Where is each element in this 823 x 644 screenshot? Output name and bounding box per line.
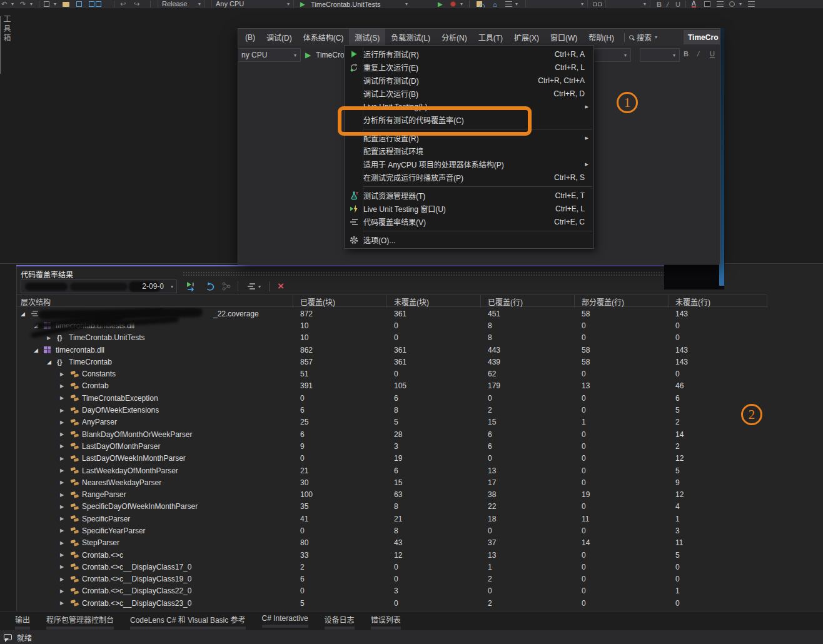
table-row[interactable]: ▶SpecificYearParser08003 xyxy=(16,525,823,536)
expand-arrow-icon[interactable]: ▶ xyxy=(60,465,64,476)
table-row[interactable]: ▶Crontab.<>c__DisplayClass17_020100 xyxy=(16,561,823,573)
expand-arrow-icon[interactable]: ▶ xyxy=(60,476,64,488)
table-row[interactable]: ▶NearestWeekdayParser30151709 xyxy=(16,476,823,488)
window-title[interactable]: TimeCro xyxy=(684,30,720,44)
refresh-coverage-button[interactable] xyxy=(203,280,218,293)
expand-arrow-icon[interactable]: ▶ xyxy=(60,525,64,536)
undo-icon[interactable]: ↶ xyxy=(1,0,7,8)
table-row[interactable]: ▶LastDayOfMonthParser93602 xyxy=(16,440,823,452)
record-icon[interactable] xyxy=(450,0,456,8)
table-row[interactable]: ▶Crontab.<>c33121305 xyxy=(16,549,823,561)
toolbar-empty-dropdown[interactable]: ▾ xyxy=(605,0,650,8)
table-row[interactable]: ▶{}TimeCrontab.UnitTests100800 xyxy=(16,332,823,344)
stack-dropdown-icon[interactable]: ▾ xyxy=(515,0,518,8)
menu-item-2[interactable]: 调试所有测试(D)Ctrl+R, Ctrl+A xyxy=(345,74,593,87)
table-row[interactable]: ◢{}TimeCrontab85736143958143 xyxy=(16,356,823,368)
stack-icon[interactable] xyxy=(505,0,512,8)
menu-item-9[interactable]: 适用于 AnyCPU 项目的处理器体系结构(P)▶ xyxy=(345,158,593,171)
table-row[interactable]: ▶SpecificParser412118111 xyxy=(16,513,823,525)
underline-button[interactable]: U xyxy=(710,50,715,58)
table-row[interactable]: ▶LastWeekdayOfMonthParser2161305 xyxy=(16,465,823,476)
feedback-icon[interactable] xyxy=(4,634,12,640)
bold-button[interactable]: B xyxy=(684,50,689,58)
column-header-2[interactable]: 已覆盖(行) xyxy=(488,295,523,308)
table-row[interactable]: ▶Constants5106200 xyxy=(16,368,823,380)
menu-item-1[interactable]: 重复上次运行(E)Ctrl+R, L xyxy=(345,61,593,74)
table-row[interactable]: ▶StepParser8043371411 xyxy=(16,537,823,549)
platform-dropdown[interactable]: Any CPU▾ xyxy=(211,0,294,8)
expand-arrow-icon[interactable]: ▶ xyxy=(60,561,64,573)
toolbar-empty-dropdown[interactable]: ▾ xyxy=(525,0,588,8)
navigate-forward-icon[interactable]: ↪ xyxy=(134,0,139,8)
menubar-item-7[interactable]: 扩展(X) xyxy=(508,29,545,46)
column-header-1[interactable]: 未覆盖(块) xyxy=(394,295,429,308)
table-row[interactable]: ◢timecrontab.dll86236144358143 xyxy=(16,344,823,356)
menubar-item-5[interactable]: 分析(N) xyxy=(436,29,473,46)
start-debug-icon[interactable]: ▶ xyxy=(300,0,305,8)
expand-arrow-icon[interactable]: ◢ xyxy=(34,344,38,356)
new-dropdown-icon[interactable]: ▾ xyxy=(54,0,56,8)
expand-arrow-icon[interactable]: ▶ xyxy=(60,573,64,585)
panel-drag-handle[interactable] xyxy=(183,271,670,276)
font-color-icon[interactable]: A xyxy=(692,0,696,8)
menubar-item-9[interactable]: 帮助(H) xyxy=(583,29,620,46)
menu-item-0[interactable]: 运行所有测试(R)Ctrl+R, A xyxy=(345,48,593,61)
column-header-0[interactable]: 已覆盖(块) xyxy=(300,295,335,308)
link-icon[interactable] xyxy=(729,0,735,8)
find-in-files-icon[interactable] xyxy=(477,0,482,8)
expand-arrow-icon[interactable]: ▶ xyxy=(60,453,64,465)
table-row[interactable]: ▶Crontab3911051791346 xyxy=(16,380,823,392)
toolbar-dropdown[interactable]: ▾ xyxy=(640,48,680,62)
table-row[interactable]: ▶Crontab.<>c__DisplayClass19_060200 xyxy=(16,573,823,585)
menubar-item-2[interactable]: 体系结构(C) xyxy=(298,29,350,46)
run-icon[interactable]: ▶ xyxy=(305,51,311,59)
start-without-debug-icon[interactable]: ▶ xyxy=(438,0,443,8)
coverage-file-combobox[interactable]: 2-09-0 ▾ xyxy=(21,279,177,293)
menubar-item-8[interactable]: 窗口(W) xyxy=(545,29,583,46)
import-coverage-button[interactable] xyxy=(184,280,200,293)
table-row[interactable]: ▶AnyParser2551512 xyxy=(16,416,823,428)
startup-dropdown-icon[interactable]: ▾ xyxy=(405,0,408,8)
column-header-4[interactable]: 未覆盖(行) xyxy=(675,295,710,308)
italic-button[interactable]: / xyxy=(697,50,699,58)
menu-item-14[interactable]: 代码覆盖率结果(V)Ctrl+E, C xyxy=(345,215,593,228)
bottom-tab-2[interactable]: CodeLens C# 和 Visual Basic 参考 xyxy=(130,614,246,630)
expand-arrow-icon[interactable]: ▶ xyxy=(60,440,64,452)
expand-arrow-icon[interactable]: ▶ xyxy=(60,501,64,513)
new-project-icon[interactable] xyxy=(44,0,49,8)
navigate-back-icon[interactable]: ↩ xyxy=(120,0,126,8)
column-header-hierarchy[interactable]: 层次结构 xyxy=(21,295,51,308)
column-header-3[interactable]: 部分覆盖(行) xyxy=(582,295,624,308)
menu-item-10[interactable]: 在测试完成运行时播放声音(P)Ctrl+R, S xyxy=(345,171,593,184)
configuration-dropdown[interactable]: Release▾ xyxy=(158,0,205,8)
bottom-tab-3[interactable]: C# Interactive xyxy=(262,614,308,628)
menubar-item-4[interactable]: 负载测试(L) xyxy=(385,29,436,46)
expand-arrow-icon[interactable]: ▶ xyxy=(60,428,64,440)
expand-arrow-icon[interactable]: ▶ xyxy=(60,368,64,380)
expand-arrow-icon[interactable]: ▶ xyxy=(60,549,64,561)
menubar-item-6[interactable]: 工具(T) xyxy=(473,29,508,46)
bold-button[interactable]: B xyxy=(657,0,662,8)
expand-arrow-icon[interactable]: ▶ xyxy=(60,585,64,597)
redo-icon[interactable]: ↷ xyxy=(20,0,26,8)
table-row[interactable]: ▶TimeCrontabException06006 xyxy=(16,392,823,404)
menu-item-16[interactable]: 选项(O)... xyxy=(345,233,593,246)
expand-arrow-icon[interactable]: ▶ xyxy=(60,597,64,609)
open-folder-icon[interactable] xyxy=(63,0,69,8)
menu-item-3[interactable]: 调试上次运行(B)Ctrl+R, D xyxy=(345,87,593,100)
menu-item-8[interactable]: 配置远程测试环境 xyxy=(345,144,593,158)
merge-results-button[interactable] xyxy=(219,280,234,293)
menubar-item-1[interactable]: 调试(D) xyxy=(261,29,298,46)
italic-button[interactable]: / xyxy=(667,0,669,8)
table-row[interactable]: ▶SpecificDayOfWeekInMonthParser3582204 xyxy=(16,501,823,513)
menu-item-13[interactable]: Live Unit Testing 窗口(U)Ctrl+E, L xyxy=(345,202,593,215)
export-results-button[interactable]: ▾ xyxy=(243,280,265,293)
undo-dropdown-icon[interactable]: ▾ xyxy=(11,0,14,8)
save-icon[interactable] xyxy=(76,0,82,8)
expand-arrow-icon[interactable]: ◢ xyxy=(47,356,51,368)
save-all-icon[interactable] xyxy=(89,0,101,8)
bottom-tab-0[interactable]: 输出 xyxy=(15,614,30,630)
redo-dropdown-icon[interactable]: ▾ xyxy=(30,0,33,8)
menubar-item-3[interactable]: 测试(S) xyxy=(349,29,385,46)
table-row[interactable]: ▶Crontab.<>c__DisplayClass22_003001 xyxy=(16,585,823,597)
